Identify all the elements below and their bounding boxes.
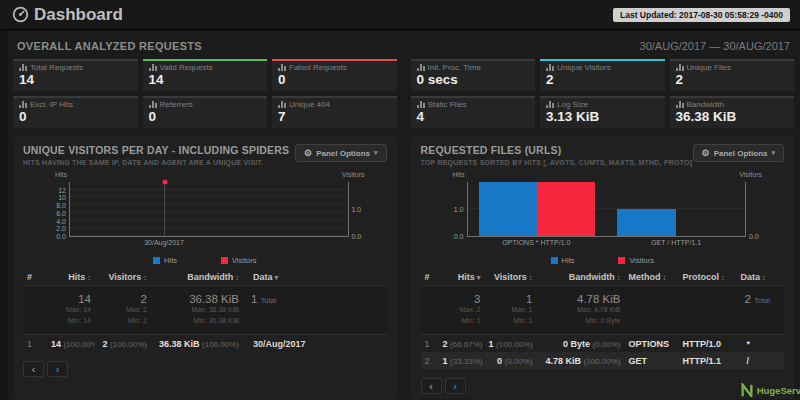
visitors-swatch (221, 257, 228, 264)
metric-card-referrers: Referrers 0 (143, 96, 268, 128)
col-data-sort[interactable]: Data↕ (737, 269, 785, 285)
caret-down-icon: ▾ (275, 273, 279, 282)
metric-group-left: Total Requests 14 Valid Requests 14 Fail… (13, 59, 397, 128)
right-axis-label: Visitors (342, 171, 365, 178)
chart-bar-icon (546, 101, 554, 108)
metric-value: 0 (149, 109, 262, 126)
panels: UNIQUE VISITORS PER DAY - INCLUDING SPID… (13, 137, 794, 399)
col-index: # (421, 269, 439, 285)
legend-hits: Hits (551, 256, 575, 265)
bar-group-options (468, 182, 607, 236)
panel-subtitle: HITS HAVING THE SAME IP, DATE AND AGENT … (23, 159, 289, 166)
next-page-button[interactable]: › (47, 361, 68, 377)
metric-value: 0 (278, 72, 391, 89)
metric-value: 14 (149, 72, 262, 89)
col-protocol-sort[interactable]: Protocol↕ (679, 269, 737, 285)
metric-value: 4 (417, 109, 530, 126)
metric-card-log-size: Log Size 3.13 KiB (540, 96, 665, 128)
panel-title: REQUESTED FILES (URLS) (421, 144, 693, 156)
pagination: ‹ › (421, 378, 785, 394)
col-bandwidth-sort[interactable]: Bandwidth↕ (151, 269, 243, 285)
sort-icon: ↕ (617, 273, 621, 282)
metric-card-unique-visitors: Unique Visitors 2 (540, 59, 665, 91)
hits-swatch (153, 257, 160, 264)
metric-label: Total Requests (30, 63, 83, 72)
caret-down-icon: ▾ (477, 273, 481, 282)
chart-legend: Hits Visitors (421, 256, 785, 265)
metric-label: Failed Requests (289, 63, 347, 72)
legend-visitors: Visitors (221, 256, 256, 265)
metric-value: 2 (676, 72, 789, 89)
gear-icon: ⚙ (702, 148, 710, 158)
prev-page-button[interactable]: ‹ (23, 361, 44, 377)
goaccess-dashboard: Dashboard Last Updated: 2017-08-30 05:58… (0, 0, 800, 400)
x-tick-label: 30/Aug/2017 (144, 239, 184, 246)
chart-bar-icon (278, 101, 286, 108)
metric-card-init-proc-time: Init. Proc. Time 0 secs (411, 59, 536, 91)
col-visitors-sort[interactable]: Visitors↕ (485, 269, 537, 285)
prev-page-button[interactable]: ‹ (421, 378, 442, 394)
table-row: 1 2 (66.67%) 1 (100.00%) 0 Byte (0.00%) … (421, 335, 785, 352)
chevron-right-icon: › (56, 363, 60, 375)
hugeserver-link[interactable]: HugeServer (740, 383, 800, 397)
metric-card-static-files: Static Files 4 (411, 96, 536, 128)
chart-bar-icon (417, 64, 425, 71)
metric-card-excl-ip-hits: Excl. IP Hits 0 (13, 96, 138, 128)
sort-icon: ↕ (235, 273, 239, 282)
col-hits-sort[interactable]: Hits▾ (439, 269, 485, 285)
col-visitors-sort[interactable]: Visitors↕ (95, 269, 151, 285)
hits-swatch (551, 257, 558, 264)
table-row: 2 1 (33.33%) 0 (0.00%) 4.78 KiB (100.00%… (421, 352, 785, 369)
metric-label: Valid Requests (160, 63, 213, 72)
gear-icon: ⚙ (304, 148, 312, 158)
plot-area: 1.0 0.0 0.0 (467, 182, 747, 237)
summary-row: 3Max: 2Min: 1 1Max: 1Min: 1 4.78 KiBMax:… (421, 286, 785, 335)
right-axis-label: Visitors (739, 171, 762, 178)
next-page-button[interactable]: › (445, 378, 466, 394)
hugeserver-label: HugeServer (757, 385, 800, 396)
sort-icon: ↕ (663, 273, 667, 282)
panel-title: UNIQUE VISITORS PER DAY - INCLUDING SPID… (23, 144, 289, 156)
visitors-table: # Hits↕ Visitors↕ Bandwidth↕ Data▾ 14Max… (23, 269, 387, 352)
chart-bar-icon (19, 101, 27, 108)
chart-bar-icon (19, 64, 27, 71)
col-bandwidth-sort[interactable]: Bandwidth↕ (537, 269, 625, 285)
plot-area: 12 10 8.0 6.0 4.0 2.0 0.0 1.0 0.0 (69, 182, 349, 237)
left-axis-label: Hits (453, 171, 465, 178)
metric-label: Static Files (428, 100, 467, 109)
metric-label: Excl. IP Hits (30, 100, 73, 109)
metric-label: Init. Proc. Time (428, 63, 481, 72)
x-tick-label: OPTIONS * HTTP/1.0 (502, 239, 570, 246)
metric-card-valid-requests: Valid Requests 14 (143, 59, 268, 91)
col-hits-sort[interactable]: Hits↕ (47, 269, 95, 285)
panel-options-button[interactable]: ⚙ Panel Options ▾ (295, 144, 386, 162)
metric-label: Bandwidth (687, 100, 724, 109)
chart-bar-icon (546, 64, 554, 71)
metric-value: 0 secs (417, 72, 530, 89)
metric-value: 0 (19, 109, 132, 126)
chart-bar-icon (278, 64, 286, 71)
summary-row: 14Max: 14Min: 14 2Max: 2Min: 2 36.38 KiB… (23, 286, 387, 335)
caret-down-icon: ▾ (771, 149, 775, 157)
visitors-swatch (618, 257, 625, 264)
legend-hits: Hits (153, 256, 177, 265)
visitors-line-chart: Hits Visitors 12 10 8.0 6.0 4.0 2.0 0.0 … (23, 171, 387, 265)
caret-down-icon: ▾ (374, 149, 378, 157)
x-tick-label: GET / HTTP/1.1 (651, 239, 701, 246)
pagination: ‹ › (23, 361, 387, 377)
chevron-right-icon: › (453, 380, 457, 392)
metric-card-failed-requests: Failed Requests 0 (272, 59, 397, 91)
col-data-sort[interactable]: Data▾ (243, 269, 387, 285)
col-index: # (23, 269, 47, 285)
metric-label: Unique 404 (289, 100, 330, 109)
metric-value: 3.13 KiB (546, 109, 659, 126)
panel-unique-visitors: UNIQUE VISITORS PER DAY - INCLUDING SPID… (13, 137, 397, 399)
sort-icon: ↕ (143, 273, 147, 282)
date-range: 30/AUG/2017 — 30/AUG/2017 (640, 40, 790, 52)
panel-subtitle: TOP REQUESTS SORTED BY HITS [, AVGTS, CU… (421, 159, 693, 166)
table-row: 1 14 (100.00%) 2 (100.00%) 36.38 KiB (10… (23, 335, 387, 352)
chevron-left-icon: ‹ (32, 363, 36, 375)
panel-options-button[interactable]: ⚙ Panel Options ▾ (693, 144, 784, 162)
dashboard-gauge-icon (12, 6, 29, 23)
col-method-sort[interactable]: Method↕ (625, 269, 679, 285)
